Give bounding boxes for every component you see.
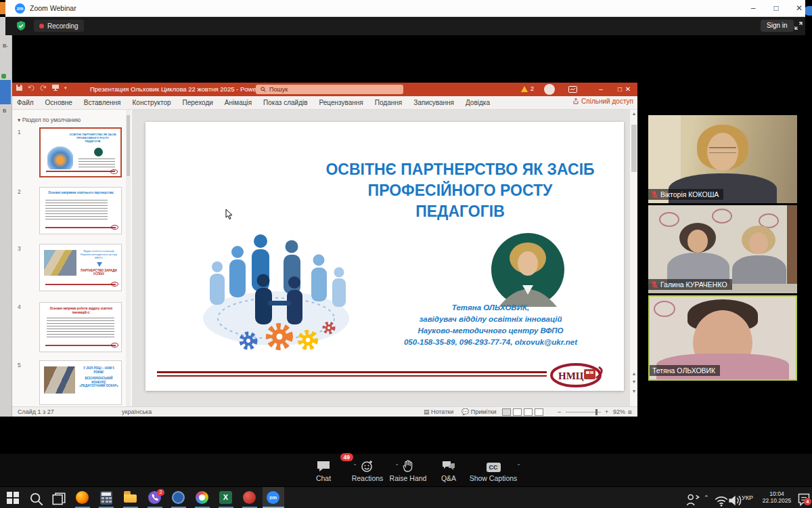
section-header[interactable]: ▾ Раздел по умолчанию (18, 117, 81, 123)
recording-dot-icon (39, 24, 44, 28)
recording-indicator: Recording (34, 20, 84, 32)
file-explorer-icon[interactable] (124, 491, 137, 505)
wifi-icon[interactable] (715, 494, 728, 508)
minimize-button[interactable]: – (743, 2, 763, 15)
start-button[interactable] (7, 491, 20, 505)
share-button[interactable]: Спільний доступ (573, 98, 633, 105)
paint-icon[interactable] (196, 491, 208, 504)
calculator-icon[interactable] (100, 491, 112, 505)
thumbnail-slide-4[interactable]: Основні напрями роботи відділу освітніх … (39, 302, 122, 352)
tab-review[interactable]: Рецензування (319, 99, 363, 106)
ppt-search-box[interactable]: Пошук (256, 85, 403, 94)
wall-logo (712, 209, 732, 224)
fit-slide-icon[interactable]: ⧈ (628, 408, 632, 416)
tab-design[interactable]: Конструктор (133, 99, 171, 106)
participant-name: Тетяна ОЛЬХОВИК (652, 366, 715, 375)
tab-transitions[interactable]: Переходи (183, 99, 213, 106)
normal-view-icon[interactable] (502, 408, 511, 416)
tab-home[interactable]: Основне (45, 99, 72, 106)
viber-icon[interactable]: 2 (148, 491, 161, 504)
firefox-icon[interactable] (76, 491, 89, 504)
recording-label: Recording (47, 22, 78, 30)
tray-expand-icon[interactable]: ⌃ (704, 494, 709, 501)
slide-scrollbar[interactable]: ▲ ▲ ▼ ▼ (629, 110, 637, 406)
ppt-close-button[interactable]: ✕ (618, 83, 637, 96)
zoom-slider-knob[interactable] (595, 409, 597, 415)
fullscreen-icon[interactable] (794, 22, 803, 30)
tab-slideshow[interactable]: Показ слайдів (263, 99, 308, 106)
chevron-up-icon[interactable]: ⌃ (516, 463, 521, 469)
video-tile-2[interactable]: Галина КУРАЧЕНКО (648, 205, 797, 293)
ppt-alerts[interactable]: 2 (521, 85, 534, 92)
thumbnail-slide-2[interactable]: Основні напрямки освітнього партнерства: (39, 187, 122, 234)
search-icon (261, 87, 266, 92)
thumbnail-scrollbar[interactable] (126, 110, 131, 406)
zoom-in-button[interactable]: + (605, 408, 608, 415)
nmc-logo: НМЦ (549, 360, 606, 390)
thumbnail-slide-5[interactable]: У 2025 РОЦІ – НАМ 5 РОКІВ! ВСЕУКРАЇНСЬКИ… (39, 360, 122, 405)
warning-icon (521, 86, 528, 92)
sign-in-button[interactable]: Sign in (761, 20, 794, 32)
task-view-icon[interactable] (52, 492, 66, 506)
language-indicator[interactable]: УКР (742, 494, 753, 501)
slide-canvas[interactable]: ОСВІТНЄ ПАРТНЕРСТВО ЯК ЗАСІБ ПРОФЕСІЙНОГ… (145, 122, 624, 391)
qa-button[interactable]: Q&A (430, 457, 467, 482)
participant-label: Галина КУРАЧЕНКО (648, 279, 732, 290)
media-app-icon[interactable] (243, 491, 256, 504)
tab-view[interactable]: Подання (375, 99, 402, 106)
redo-icon[interactable] (40, 85, 47, 91)
thumbnail-slide-3[interactable]: Відділ освітніх інноваційНауково-методич… (39, 244, 122, 291)
excel-icon[interactable]: X (219, 491, 232, 504)
maximize-button[interactable]: □ (766, 2, 786, 15)
tab-help[interactable]: Довідка (466, 99, 490, 106)
view-buttons[interactable] (502, 408, 545, 417)
desktop-selection (0, 80, 11, 104)
video-tile-3-active-speaker[interactable]: Тетяна ОЛЬХОВИК (648, 295, 797, 381)
sorter-view-icon[interactable] (513, 408, 522, 416)
slide-thumbnail-pane: ▾ Раздел по умолчанию 1 ОСВІТНЄ ПАРТНЕРС… (12, 110, 132, 406)
raise-hand-button[interactable]: Raise Hand (386, 457, 430, 482)
thumb-number: 2 (18, 188, 21, 195)
participant-label: Вікторія КОКОША (648, 189, 723, 200)
video-tile-1[interactable]: Вікторія КОКОША (648, 115, 797, 203)
save-icon[interactable] (16, 85, 22, 91)
zoom-out-button[interactable]: – (558, 408, 561, 415)
notes-toggle[interactable]: ▤ Нотатки (424, 408, 453, 415)
zoom-taskbar-icon[interactable]: zm (267, 491, 279, 504)
ppt-document-title: Презентация Ольховик Циклова 22 жовтня 2… (90, 85, 273, 93)
show-captions-button[interactable]: CC ⌃ Show Captions (467, 457, 520, 482)
people-tray-icon[interactable] (686, 493, 700, 507)
account-avatar[interactable] (544, 84, 555, 95)
ribbon-display-icon[interactable] (568, 86, 577, 93)
participant-name: Галина КУРАЧЕНКО (660, 280, 727, 289)
slide-divider-line (157, 375, 547, 377)
tab-insert[interactable]: Вставлення (84, 99, 121, 106)
close-button[interactable]: ✕ (789, 2, 809, 15)
tab-record[interactable]: Записування (413, 99, 454, 106)
comments-toggle[interactable]: 💬 Примітки (461, 408, 497, 415)
reactions-button[interactable]: ⌃ Reactions (346, 457, 388, 482)
slideshow-icon[interactable] (52, 85, 59, 91)
tab-file[interactable]: Файл (17, 99, 34, 106)
chat-button[interactable]: 49 ⌃ Chat (303, 457, 344, 482)
tab-animations[interactable]: Анімація (225, 99, 252, 106)
reading-view-icon[interactable] (524, 408, 533, 416)
qat-customize-icon[interactable]: ▾ (64, 85, 67, 91)
door-frame (787, 205, 797, 293)
slideshow-view-icon[interactable] (535, 408, 543, 416)
ppt-minimize-button[interactable]: – (591, 83, 610, 96)
language-indicator[interactable]: українська (122, 408, 152, 415)
thumbnail-slide-1[interactable]: ОСВІТНЄ ПАРТНЕРСТВО ЯК ЗАСІБПРОФЕСІЙНОГО… (39, 127, 122, 177)
time: 10:04 (759, 490, 794, 497)
blue-app-icon[interactable] (172, 491, 185, 504)
clock[interactable]: 10:04 22.10.2025 (759, 490, 794, 504)
security-shield-icon[interactable] (16, 21, 26, 31)
speaker-icon[interactable] (728, 494, 742, 507)
zoom-percent[interactable]: 92% (613, 408, 625, 415)
powerpoint-window: ▾ Презентация Ольховик Циклова 22 жовтня… (12, 83, 637, 417)
taskbar-search-icon[interactable] (30, 492, 43, 506)
participant-label: Тетяна ОЛЬХОВИК (650, 365, 720, 376)
muted-mic-icon (651, 190, 658, 198)
undo-icon[interactable] (28, 85, 35, 91)
participant-name: Вікторія КОКОША (660, 190, 719, 198)
